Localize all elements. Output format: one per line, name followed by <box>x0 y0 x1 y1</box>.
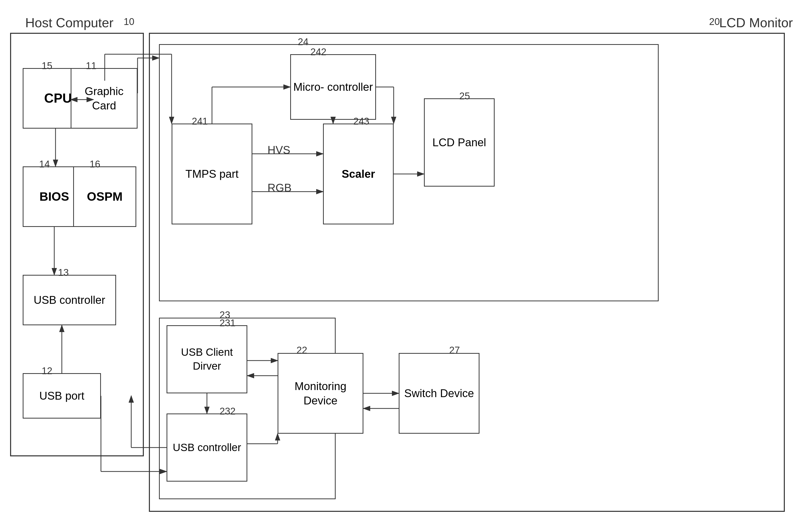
monitoring-device-box: Monitoring Device <box>278 353 363 434</box>
switch-device-box: Switch Device <box>399 353 479 434</box>
switch-device-label: Switch Device <box>404 386 474 400</box>
ref-231: 231 <box>220 318 235 328</box>
ref-25: 25 <box>459 91 470 101</box>
graphic-card-box: Graphic Card <box>71 68 138 129</box>
usb-port-box: USB port <box>23 373 101 419</box>
ospm-box: OSPM <box>73 166 136 227</box>
rgb-label: RGB <box>268 182 291 194</box>
hvs-label: HVS <box>268 144 290 156</box>
microcontroller-label: Micro- controller <box>293 80 373 94</box>
usb-port-label: USB port <box>39 388 85 403</box>
ref-12: 12 <box>42 366 52 376</box>
usb-controller-host-label: USB controller <box>34 293 105 307</box>
scaler-box: Scaler <box>323 124 394 224</box>
ref-13: 13 <box>58 267 69 278</box>
ref-20: 20 <box>709 16 720 27</box>
ref-16: 16 <box>90 159 100 170</box>
ref-232: 232 <box>220 406 235 417</box>
ref-15: 15 <box>42 60 52 71</box>
ref-22: 22 <box>296 345 307 356</box>
ref-241: 241 <box>192 116 208 127</box>
usb-controller-lcd-label: USB controller <box>173 441 241 455</box>
ref-27: 27 <box>449 345 460 356</box>
graphic-card-label: Graphic Card <box>71 84 137 113</box>
microcontroller-box: Micro- controller <box>290 54 376 120</box>
ref-24: 24 <box>298 37 308 48</box>
usb-client-driver-box: USB Client Dirver <box>167 325 247 393</box>
lcd-monitor-label: LCD Monitor <box>719 15 793 30</box>
cpu-label: CPU <box>44 90 72 107</box>
scaler-label: Scaler <box>342 167 375 181</box>
lcd-panel-label: LCD Panel <box>433 135 486 150</box>
tmps-part-box: TMPS part <box>171 124 252 224</box>
usb-controller-host-box: USB controller <box>23 275 116 325</box>
bios-label: BIOS <box>39 189 69 205</box>
monitoring-device-label: Monitoring Device <box>278 379 363 408</box>
ref-10: 10 <box>124 16 134 27</box>
diagram-container: Host Computer LCD Monitor 10 20 24 23 CP… <box>0 0 804 532</box>
ospm-label: OSPM <box>87 189 122 205</box>
ref-14: 14 <box>39 159 50 170</box>
usb-controller-lcd-box: USB controller <box>167 414 247 481</box>
usb-client-driver-label: USB Client Dirver <box>167 345 246 373</box>
lcd-panel-box: LCD Panel <box>424 98 495 187</box>
ref-243: 243 <box>353 116 369 127</box>
tmps-part-label: TMPS part <box>185 167 238 181</box>
ref-11: 11 <box>86 60 96 71</box>
ref-242: 242 <box>310 46 326 57</box>
host-computer-label: Host Computer <box>25 15 113 30</box>
